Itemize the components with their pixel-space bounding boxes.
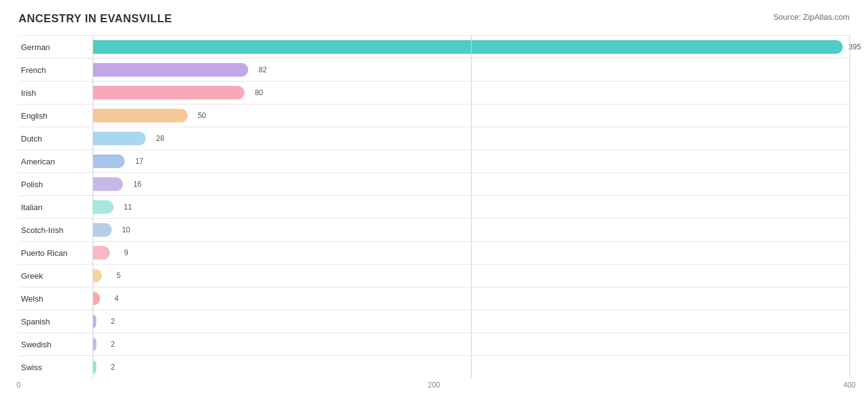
bar-fill: 395 bbox=[93, 40, 843, 54]
bar-value-label: 9 bbox=[124, 248, 128, 257]
bar-fill: 2 bbox=[93, 337, 96, 351]
chart-wrapper: German395French82Irish80English50Dutch28… bbox=[19, 35, 849, 393]
bar-track: 2 bbox=[93, 360, 849, 375]
chart-source: Source: ZipAtlas.com bbox=[773, 12, 849, 22]
bar-fill: 16 bbox=[93, 177, 123, 191]
bar-value-label: 2 bbox=[111, 340, 115, 349]
bar-track: 80 bbox=[93, 85, 849, 100]
bar-row: Swiss2 bbox=[19, 355, 849, 378]
bar-label: German bbox=[19, 43, 93, 52]
bar-track: 50 bbox=[93, 108, 849, 123]
bar-label: Polish bbox=[19, 180, 93, 189]
bar-label: Greek bbox=[19, 271, 93, 281]
bar-track: 28 bbox=[93, 131, 849, 146]
bar-row: Dutch28 bbox=[19, 127, 849, 150]
bar-track: 5 bbox=[93, 268, 849, 283]
bar-label: Swedish bbox=[19, 340, 93, 349]
bar-value-label: 2 bbox=[111, 363, 115, 371]
bar-row: Scotch-Irish10 bbox=[19, 218, 849, 241]
chart-title: ANCESTRY IN EVANSVILLE bbox=[19, 12, 172, 25]
bar-fill: 4 bbox=[93, 292, 100, 305]
bar-fill: 82 bbox=[93, 63, 248, 77]
bar-value-label: 28 bbox=[156, 134, 164, 143]
bar-row: Irish80 bbox=[19, 81, 849, 104]
bar-row: English50 bbox=[19, 104, 849, 127]
bar-row: French82 bbox=[19, 58, 849, 81]
grid-line bbox=[849, 35, 850, 378]
bar-value-label: 82 bbox=[259, 66, 267, 74]
bar-row: American17 bbox=[19, 150, 849, 172]
bar-track: 10 bbox=[93, 222, 849, 237]
bar-label: Dutch bbox=[19, 134, 93, 143]
bar-row: German395 bbox=[19, 35, 849, 58]
bar-value-label: 2 bbox=[111, 317, 115, 326]
bar-label: English bbox=[19, 111, 93, 121]
bar-value-label: 4 bbox=[115, 294, 119, 303]
bar-fill: 2 bbox=[93, 360, 96, 374]
bar-track: 16 bbox=[93, 177, 849, 192]
bar-fill: 2 bbox=[93, 315, 96, 328]
bar-fill: 10 bbox=[93, 223, 112, 237]
bar-track: 2 bbox=[93, 337, 849, 352]
bar-track: 395 bbox=[93, 40, 849, 54]
bar-track: 9 bbox=[93, 245, 849, 260]
bar-label: Irish bbox=[19, 88, 93, 98]
bar-value-label: 17 bbox=[135, 157, 143, 166]
bar-value-label: 80 bbox=[255, 88, 263, 97]
x-axis-tick: 400 bbox=[843, 381, 856, 389]
bar-fill: 9 bbox=[93, 246, 110, 260]
bar-row: Welsh4 bbox=[19, 287, 849, 310]
bar-value-label: 16 bbox=[133, 180, 141, 188]
bar-label: Spanish bbox=[19, 317, 93, 326]
bar-track: 11 bbox=[93, 200, 849, 214]
bar-row: Spanish2 bbox=[19, 310, 849, 332]
bar-value-label: 11 bbox=[123, 203, 131, 211]
bars-container: German395French82Irish80English50Dutch28… bbox=[19, 35, 849, 378]
bar-value-label: 10 bbox=[122, 226, 130, 234]
bar-label: French bbox=[19, 66, 93, 75]
bar-value-label: 395 bbox=[849, 43, 861, 51]
bar-fill: 11 bbox=[93, 200, 114, 214]
bar-label: Scotch-Irish bbox=[19, 226, 93, 235]
bar-fill: 17 bbox=[93, 155, 125, 168]
bar-label: American bbox=[19, 157, 93, 166]
bar-track: 17 bbox=[93, 154, 849, 169]
bar-label: Welsh bbox=[19, 294, 93, 303]
bar-label: Swiss bbox=[19, 363, 93, 372]
bar-track: 82 bbox=[93, 62, 849, 77]
bar-value-label: 5 bbox=[117, 271, 121, 280]
bar-fill: 28 bbox=[93, 132, 146, 145]
bar-row: Puerto Rican9 bbox=[19, 241, 849, 264]
x-axis: 0200400 bbox=[19, 381, 849, 393]
bar-row: Italian11 bbox=[19, 195, 849, 218]
bar-row: Greek5 bbox=[19, 264, 849, 287]
bar-row: Polish16 bbox=[19, 172, 849, 195]
x-axis-tick: 200 bbox=[428, 381, 440, 389]
bar-label: Puerto Rican bbox=[19, 248, 93, 258]
bar-fill: 50 bbox=[93, 109, 188, 122]
bar-row: Swedish2 bbox=[19, 332, 849, 355]
bar-fill: 80 bbox=[93, 86, 244, 100]
x-axis-tick: 0 bbox=[17, 381, 21, 389]
bar-fill: 5 bbox=[93, 269, 102, 282]
bar-track: 4 bbox=[93, 291, 849, 306]
bar-track: 2 bbox=[93, 314, 849, 329]
bar-label: Italian bbox=[19, 203, 93, 212]
bar-value-label: 50 bbox=[198, 111, 206, 120]
